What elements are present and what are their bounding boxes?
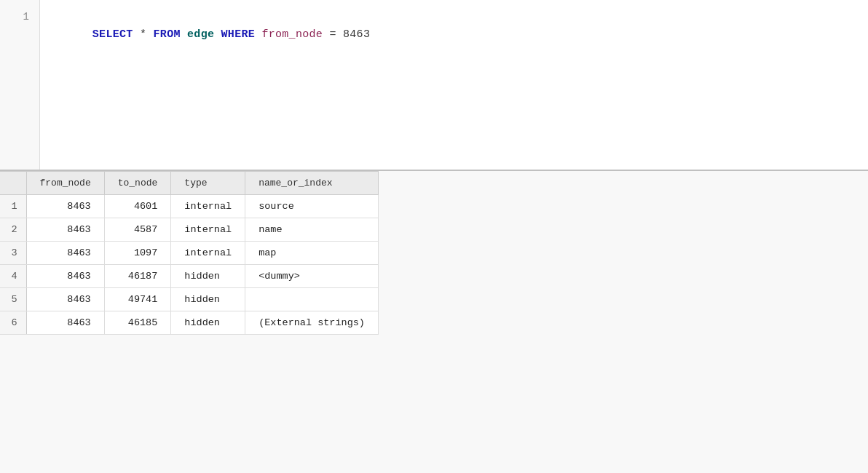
line-number-1: 1	[6, 9, 33, 25]
results-area[interactable]: from_node to_node type name_or_index 184…	[0, 171, 868, 473]
row-number: 4	[0, 265, 26, 288]
sql-editor: 1 SELECT * FROM edge WHERE from_node = 8…	[0, 0, 868, 171]
sql-content[interactable]: SELECT * FROM edge WHERE from_node = 846…	[40, 0, 868, 170]
cell-to-node: 46187	[104, 265, 171, 288]
cell-from-node: 8463	[26, 218, 104, 242]
cell-name-or-index: <dummy>	[245, 265, 379, 288]
cell-name-or-index: name	[245, 218, 379, 242]
cell-to-node: 49741	[104, 288, 171, 311]
line-numbers: 1	[0, 0, 40, 170]
col-header-type: type	[171, 172, 245, 195]
cell-name-or-index	[245, 288, 379, 311]
col-header-name-or-index: name_or_index	[245, 172, 379, 195]
cell-type: internal	[171, 218, 245, 242]
col-header-rownum	[0, 172, 26, 195]
cell-to-node: 4601	[104, 195, 171, 218]
col-header-from-node: from_node	[26, 172, 104, 195]
table-row: 4846346187hidden<dummy>	[0, 265, 378, 288]
sql-line-1: SELECT * FROM edge WHERE from_node = 846…	[52, 9, 856, 61]
table-row: 284634587internalname	[0, 218, 378, 242]
col-header-to-node: to_node	[104, 172, 171, 195]
cell-type: internal	[171, 195, 245, 218]
sql-operator: =	[323, 28, 336, 41]
row-number: 5	[0, 288, 26, 311]
cell-type: hidden	[171, 288, 245, 311]
cell-name-or-index: source	[245, 195, 379, 218]
sql-table-name: edge	[181, 28, 221, 41]
cell-from-node: 8463	[26, 195, 104, 218]
sql-keyword-from: FROM	[154, 28, 181, 41]
table-header-row: from_node to_node type name_or_index	[0, 172, 378, 195]
cell-type: hidden	[171, 311, 245, 335]
cell-from-node: 8463	[26, 265, 104, 288]
sql-keyword-select: SELECT	[92, 28, 133, 41]
row-number: 1	[0, 195, 26, 218]
results-table: from_node to_node type name_or_index 184…	[0, 171, 379, 335]
cell-to-node: 4587	[104, 218, 171, 242]
sql-value: 8463	[336, 28, 371, 41]
cell-type: internal	[171, 242, 245, 265]
sql-column-name: from_node	[255, 28, 323, 41]
cell-from-node: 8463	[26, 288, 104, 311]
cell-name-or-index: (External strings)	[245, 311, 379, 335]
cell-to-node: 1097	[104, 242, 171, 265]
table-row: 184634601internalsource	[0, 195, 378, 218]
cell-to-node: 46185	[104, 311, 171, 335]
sql-keyword-where: WHERE	[221, 28, 256, 41]
row-number: 3	[0, 242, 26, 265]
cell-from-node: 8463	[26, 242, 104, 265]
cell-type: hidden	[171, 265, 245, 288]
sql-star: *	[133, 28, 154, 41]
row-number: 6	[0, 311, 26, 335]
table-row: 384631097internalmap	[0, 242, 378, 265]
table-row: 6846346185hidden(External strings)	[0, 311, 378, 335]
table-row: 5846349741hidden	[0, 288, 378, 311]
cell-from-node: 8463	[26, 311, 104, 335]
cell-name-or-index: map	[245, 242, 379, 265]
row-number: 2	[0, 218, 26, 242]
